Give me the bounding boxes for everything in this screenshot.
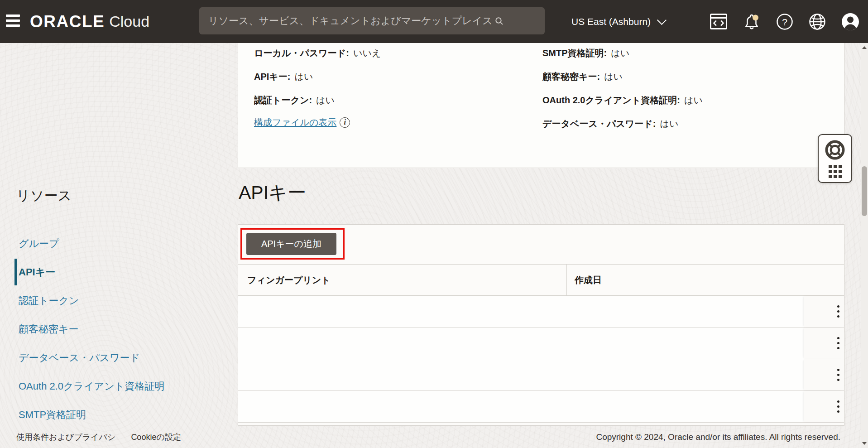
scroll-up-arrow[interactable] xyxy=(861,44,868,51)
capability-row: 顧客秘密キー: はい xyxy=(542,65,703,88)
capability-row: ローカル・パスワード: いいえ xyxy=(254,41,381,65)
floating-help-widget xyxy=(818,134,852,183)
hamburger-icon xyxy=(6,24,20,27)
notifications-button[interactable] xyxy=(741,0,762,43)
field-value: はい xyxy=(294,71,313,83)
table-header-row: フィンガープリント 作成日 xyxy=(238,264,844,296)
kebab-menu-icon xyxy=(837,337,839,339)
page-title: APIキー xyxy=(239,180,306,205)
logo-primary: ORACLE xyxy=(30,12,105,31)
sidebar-item[interactable]: 顧客秘密キー xyxy=(19,315,213,343)
cloud-shell-button[interactable] xyxy=(708,0,729,43)
chevron-down-icon xyxy=(657,15,667,24)
capability-row: 認証トークン: はい xyxy=(254,88,381,112)
row-actions-cell xyxy=(804,328,844,359)
sidebar-item[interactable]: SMTP資格証明 xyxy=(19,400,213,429)
capability-row: APIキー: はい xyxy=(254,65,381,88)
row-actions-button[interactable] xyxy=(833,365,844,385)
sidebar-item[interactable]: グループ xyxy=(19,229,213,258)
capabilities-right-column: SMTP資格証明: はい 顧客秘密キー: はい OAuth 2.0クライアント資… xyxy=(542,41,703,135)
top-navigation-bar: ORACLE Cloud リソース、サービス、ドキュメントおよびマーケットプレイ… xyxy=(0,0,868,43)
field-label: 顧客秘密キー: xyxy=(542,71,600,83)
vertical-scrollbar[interactable] xyxy=(861,43,868,448)
kebab-menu-icon xyxy=(837,405,839,408)
hamburger-icon xyxy=(6,14,20,17)
table-row xyxy=(238,391,844,423)
kebab-menu-icon xyxy=(837,315,839,318)
region-selector[interactable]: US East (Ashburn) xyxy=(569,0,668,43)
copyright-text: Copyright © 2024, Oracle and/or its affi… xyxy=(596,432,840,442)
field-value: はい xyxy=(611,47,629,59)
kebab-menu-icon xyxy=(837,369,839,371)
row-actions-button[interactable] xyxy=(833,333,844,353)
bell-icon xyxy=(743,13,761,31)
globe-icon xyxy=(808,13,826,31)
table-row xyxy=(238,328,844,359)
question-circle-icon: ? xyxy=(776,13,793,30)
sidebar-item[interactable]: データベース・パスワード xyxy=(19,343,213,372)
field-value: いいえ xyxy=(353,47,381,59)
life-ring-icon xyxy=(824,139,846,161)
table-row xyxy=(238,359,844,391)
field-value: はい xyxy=(316,94,335,106)
notification-badge xyxy=(753,14,758,20)
kebab-menu-icon xyxy=(837,374,839,376)
field-label: データベース・パスワード: xyxy=(542,118,656,130)
kebab-menu-icon xyxy=(837,400,839,403)
api-keys-panel: APIキーの追加 フィンガープリント 作成日 xyxy=(238,224,844,426)
sidebar-divider xyxy=(16,219,214,219)
oracle-cloud-console: ORACLE Cloud リソース、サービス、ドキュメントおよびマーケットプレイ… xyxy=(0,0,868,448)
search-icon xyxy=(495,17,504,25)
resources-heading: リソース xyxy=(16,187,72,205)
quick-actions-button[interactable] xyxy=(829,165,842,178)
kebab-menu-icon xyxy=(837,410,839,413)
oracle-cloud-logo[interactable]: ORACLE Cloud xyxy=(30,0,149,43)
row-actions-cell xyxy=(804,359,844,390)
row-actions-cell xyxy=(804,391,844,422)
footer: 使用条件およびプライバシ Cookieの設定 Copyright © 2024,… xyxy=(0,426,861,448)
table-row xyxy=(238,296,844,328)
add-api-key-button[interactable]: APIキーの追加 xyxy=(246,233,336,255)
language-button[interactable] xyxy=(806,0,828,43)
row-actions-button[interactable] xyxy=(833,397,844,416)
kebab-menu-icon xyxy=(837,305,839,308)
capabilities-card: ローカル・パスワード: いいえ APIキー: はい 認証トークン: はい 構成フ… xyxy=(238,43,844,168)
hamburger-icon xyxy=(6,19,20,22)
info-icon[interactable] xyxy=(340,117,350,128)
search-placeholder: リソース、サービス、ドキュメントおよびマーケットプレイス xyxy=(208,14,493,28)
terms-privacy-link[interactable]: 使用条件およびプライバシ xyxy=(16,432,115,443)
field-label: APIキー: xyxy=(254,71,290,83)
table-body xyxy=(238,296,844,423)
sidebar-item[interactable]: APIキー xyxy=(19,258,213,286)
sidebar-item[interactable]: 認証トークン xyxy=(19,286,213,315)
sidebar-item[interactable]: OAuth 2.0クライアント資格証明 xyxy=(19,372,213,400)
profile-button[interactable] xyxy=(839,0,861,43)
field-label: OAuth 2.0クライアント資格証明: xyxy=(542,94,680,106)
row-actions-button[interactable] xyxy=(833,302,844,321)
kebab-menu-icon xyxy=(837,347,839,349)
config-file-row: 構成ファイルの表示 xyxy=(254,112,350,133)
capability-row: データベース・パスワード: はい xyxy=(542,112,703,135)
field-value: はい xyxy=(660,118,678,130)
row-actions-cell xyxy=(804,296,844,327)
cookie-settings-link[interactable]: Cookieの設定 xyxy=(131,432,181,443)
field-value: はい xyxy=(684,94,703,106)
field-label: ローカル・パスワード: xyxy=(254,47,349,59)
scroll-down-arrow[interactable] xyxy=(861,440,868,447)
support-button[interactable] xyxy=(824,139,846,161)
field-label: 認証トークン: xyxy=(254,94,312,106)
search-input[interactable]: リソース、サービス、ドキュメントおよびマーケットプレイス xyxy=(199,7,545,34)
help-button[interactable]: ? xyxy=(774,0,796,43)
capability-row: OAuth 2.0クライアント資格証明: はい xyxy=(542,88,703,112)
field-label: SMTP資格証明: xyxy=(542,47,607,59)
column-header-created: 作成日 xyxy=(566,265,844,295)
capabilities-left-column: ローカル・パスワード: いいえ APIキー: はい 認証トークン: はい xyxy=(254,41,381,112)
kebab-menu-icon xyxy=(837,342,839,344)
kebab-menu-icon xyxy=(837,379,839,381)
svg-text:?: ? xyxy=(782,16,787,27)
hamburger-menu-button[interactable] xyxy=(6,13,26,30)
capability-row: SMTP資格証明: はい xyxy=(542,41,703,65)
scrollbar-thumb[interactable] xyxy=(862,166,867,216)
view-config-file-link[interactable]: 構成ファイルの表示 xyxy=(254,116,336,129)
logo-secondary: Cloud xyxy=(109,13,149,30)
